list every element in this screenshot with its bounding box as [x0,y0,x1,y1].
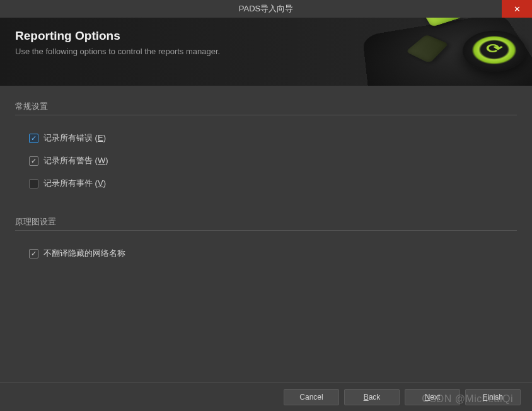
back-button[interactable]: Back [344,389,400,405]
section-label-general: 常规设置 [15,101,517,112]
titlebar: PADS导入向导 ✕ [0,0,532,18]
finish-button[interactable]: Finish [465,389,521,405]
close-icon: ✕ [514,4,521,14]
checkbox-log-events[interactable]: 记录所有事件 (V) [15,172,517,195]
checkbox-icon [29,249,38,258]
cancel-button[interactable]: Cancel [284,389,339,405]
next-button[interactable]: Next [405,389,460,405]
checkbox-log-errors[interactable]: 记录所有错误 (E) [15,127,517,149]
checkbox-label: 记录所有错误 (E) [43,132,106,144]
checkbox-icon [29,179,38,188]
checkbox-no-translate-hidden-nets[interactable]: 不翻译隐藏的网络名称 [15,242,517,265]
checkbox-label: 记录所有事件 (V) [43,178,106,189]
checkbox-icon [29,134,38,143]
header-banner: Reporting Options Use the following opti… [0,18,532,86]
divider [15,230,517,231]
checkbox-log-warnings[interactable]: 记录所有警告 (W) [15,149,517,172]
content-area: 常规设置 记录所有错误 (E) 记录所有警告 (W) 记录所有事件 (V) 原理… [0,86,532,382]
header-graphic [356,18,532,86]
footer: Cancel Back Next Finish [0,382,532,411]
divider [15,115,517,115]
checkbox-label: 记录所有警告 (W) [43,155,108,166]
checkbox-label: 不翻译隐藏的网络名称 [43,248,125,259]
window-title: PADS导入向导 [239,3,293,14]
section-label-schematic: 原理图设置 [15,216,517,228]
checkbox-icon [29,156,38,166]
close-button[interactable]: ✕ [502,0,532,18]
